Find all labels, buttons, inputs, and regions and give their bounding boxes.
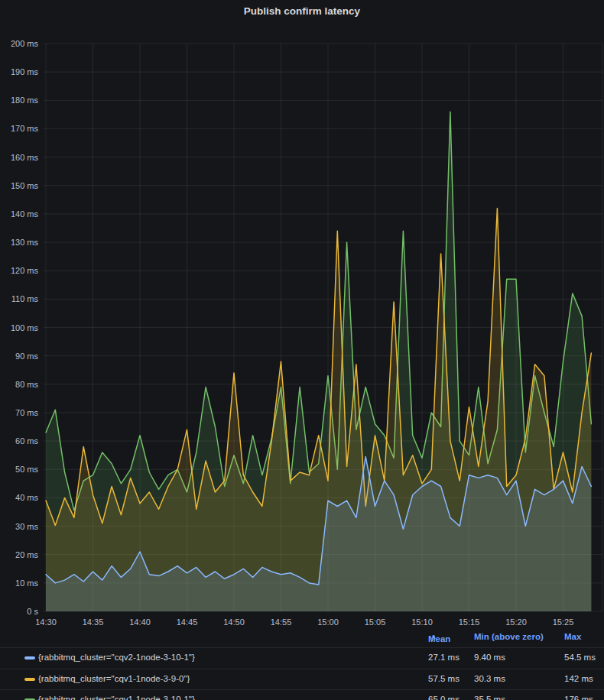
y-tick-label: 130 ms xyxy=(11,238,39,247)
y-tick-label: 150 ms xyxy=(11,181,39,190)
series-swatch-blue xyxy=(24,656,35,659)
x-tick-label: 15:15 xyxy=(459,617,480,627)
y-tick-label: 170 ms xyxy=(11,124,39,133)
min-value: 9.40 ms xyxy=(474,653,505,662)
x-tick-label: 14:45 xyxy=(177,617,198,627)
x-tick-label: 15:00 xyxy=(317,617,339,627)
min-value: 30.3 ms xyxy=(474,674,505,683)
y-tick-label: 120 ms xyxy=(11,266,39,275)
y-tick-label: 40 ms xyxy=(15,493,38,502)
mean-value: 57.5 ms xyxy=(428,674,459,683)
x-tick-label: 14:30 xyxy=(35,617,57,627)
y-tick-label: 90 ms xyxy=(15,352,38,361)
legend-header-row: Mean^ Min (above zero) Max xyxy=(0,630,604,647)
x-tick-label: 14:55 xyxy=(271,617,292,627)
y-tick-label: 70 ms xyxy=(15,408,38,417)
sort-ascending-icon: ^ xyxy=(431,634,436,643)
y-tick-label: 160 ms xyxy=(11,153,39,162)
y-tick-label: 140 ms xyxy=(11,209,39,219)
mean-value: 65.0 ms xyxy=(428,695,459,700)
legend-table: Mean^ Min (above zero) Max {rabbitmq_clu… xyxy=(0,630,604,700)
legend-row-cqv1-1node-3-9-0: {rabbitmq_cluster="cqv1-1node-3-9-0"} 57… xyxy=(0,669,604,690)
y-tick-label: 180 ms xyxy=(11,96,39,105)
mean-value: 27.1 ms xyxy=(428,653,459,662)
max-value: 142 ms xyxy=(564,674,593,683)
legend-row-cqv1-1node-3-10-1: {rabbitmq_cluster="cqv1-1node-3-10-1"} 6… xyxy=(0,689,604,700)
max-value: 176 ms xyxy=(564,695,593,700)
legend-row-cqv2-1node-3-10-1: {rabbitmq_cluster="cqv2-1node-3-10-1"} 2… xyxy=(0,647,604,669)
y-tick-label: 30 ms xyxy=(15,522,38,531)
y-tick-label: 0 s xyxy=(27,607,38,616)
series-label[interactable]: {rabbitmq_cluster="cqv1-1node-3-10-1"} xyxy=(38,695,195,700)
min-value: 35.5 ms xyxy=(474,695,505,700)
x-tick-label: 15:10 xyxy=(411,617,433,627)
y-tick-label: 50 ms xyxy=(15,465,38,474)
x-tick-label: 15:05 xyxy=(365,617,386,627)
max-value: 54.5 ms xyxy=(564,653,596,662)
legend-sort-max[interactable]: Max xyxy=(564,632,581,641)
y-tick-label: 60 ms xyxy=(15,436,38,446)
y-tick-label: 190 ms xyxy=(11,67,39,76)
series-label[interactable]: {rabbitmq_cluster="cqv2-1node-3-10-1"} xyxy=(38,653,195,662)
series-swatch-yellow xyxy=(24,678,35,681)
latency-chart[interactable]: 0 s10 ms20 ms30 ms40 ms50 ms60 ms70 ms80… xyxy=(0,0,604,628)
x-tick-label: 14:35 xyxy=(83,617,104,627)
y-tick-label: 200 ms xyxy=(11,39,39,48)
x-tick-label: 15:25 xyxy=(553,617,574,627)
legend-sort-min[interactable]: Min (above zero) xyxy=(474,632,544,641)
panel-title: Publish confirm latency xyxy=(0,5,604,17)
x-tick-label: 15:20 xyxy=(505,617,527,627)
y-tick-label: 110 ms xyxy=(11,294,39,303)
y-tick-label: 80 ms xyxy=(15,380,38,389)
y-tick-label: 20 ms xyxy=(15,550,38,559)
series-label[interactable]: {rabbitmq_cluster="cqv1-1node-3-9-0"} xyxy=(38,674,190,683)
y-tick-label: 100 ms xyxy=(11,323,39,332)
x-tick-label: 14:40 xyxy=(129,617,151,627)
grafana-panel: Publish confirm latency 0 s10 ms20 ms30 … xyxy=(0,0,604,700)
y-tick-label: 10 ms xyxy=(15,578,38,588)
x-tick-label: 14:50 xyxy=(223,617,245,627)
